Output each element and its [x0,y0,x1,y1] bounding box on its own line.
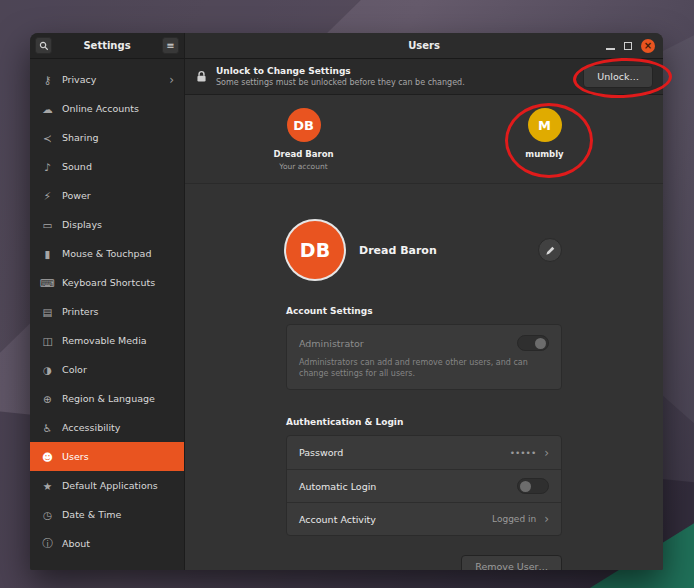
sidebar-item-printers[interactable]: ▤ Printers [30,297,184,326]
info-icon: ⓘ [40,537,55,551]
users-panel: Unlock to Change Settings Some settings … [185,59,663,570]
clock-icon: ◷ [40,509,55,521]
administrator-label: Administrator [299,338,364,349]
account-panel-inner: DB Dread Baron Account Settings A [286,184,562,570]
sidebar-item-label: Color [62,364,87,375]
avatar: DB [287,108,321,142]
account-panel: DB Dread Baron Account Settings A [185,184,663,570]
sidebar-item-sharing[interactable]: ≺ Sharing [30,123,184,152]
unlock-banner: Unlock to Change Settings Some settings … [185,59,663,95]
globe-icon: ⊕ [40,393,55,405]
edit-name-button[interactable] [538,238,562,262]
sidebar-item-label: Accessibility [62,422,120,433]
search-button[interactable] [35,37,52,54]
sidebar-item-label: Sound [62,161,92,172]
sidebar-item-label: Keyboard Shortcuts [62,277,155,288]
sidebar-item-label: Region & Language [62,393,155,404]
sidebar-item-users[interactable]: ☻ Users [30,442,184,471]
unlock-text: Unlock to Change Settings Some settings … [216,66,465,87]
toggle-knob [535,338,546,349]
automatic-login-label: Automatic Login [299,481,376,492]
mouse-icon: ▮ [40,248,55,260]
keyboard-icon: ⌨ [40,277,55,289]
sidebar-item-label: Date & Time [62,509,121,520]
chevron-right-icon: › [169,73,174,87]
lock-icon [195,70,208,83]
password-right: ••••• › [510,446,549,460]
sidebar-title: Settings [52,40,162,51]
sidebar-item-region-language[interactable]: ⊕ Region & Language [30,384,184,413]
unlock-button[interactable]: Unlock… [583,65,653,88]
profile-avatar: DB [286,221,344,279]
sidebar-item-label: Power [62,190,91,201]
sidebar-item-label: Sharing [62,132,98,143]
menu-button[interactable]: ≡ [162,37,179,54]
sidebar-item-color[interactable]: ◑ Color [30,355,184,384]
sidebar-item-label: Mouse & Touchpad [62,248,151,259]
carousel-user-dread-baron[interactable]: DB Dread Baron Your account [261,108,347,183]
settings-window: Settings ≡ Users × ⚷ Privacy › ☁ Online … [30,33,663,570]
avatar: M [528,108,562,142]
sidebar-item-label: Removable Media [62,335,147,346]
battery-icon: ⚡ [40,190,55,202]
account-activity-value: Logged in [492,514,536,524]
sidebar-item-label: Users [62,451,89,462]
close-button[interactable]: × [641,39,655,53]
sidebar-item-power[interactable]: ⚡ Power [30,181,184,210]
users-icon: ☻ [40,451,55,463]
desktop-background: Settings ≡ Users × ⚷ Privacy › ☁ Online … [0,0,694,588]
sidebar-item-mouse-touchpad[interactable]: ▮ Mouse & Touchpad [30,239,184,268]
account-settings-header: Account Settings [286,306,562,316]
auth-login-header: Authentication & Login [286,417,562,427]
window-title: Users [408,40,440,51]
sidebar-nav: ⚷ Privacy › ☁ Online Accounts ≺ Sharing … [30,59,185,570]
cloud-icon: ☁ [40,103,55,115]
maximize-button[interactable] [624,42,632,50]
profile-name: Dread Baron [359,244,437,257]
sidebar-item-displays[interactable]: ▭ Displays [30,210,184,239]
sidebar-item-label: Default Applications [62,480,158,491]
main-titlebar: Users × [185,33,663,59]
remove-user-button[interactable]: Remove User… [461,555,562,570]
sidebar-item-label: Displays [62,219,102,230]
administrator-toggle[interactable] [517,335,549,351]
sidebar-item-sound[interactable]: ♪ Sound [30,152,184,181]
titlebar: Settings ≡ Users × [30,33,663,59]
password-label: Password [299,447,343,458]
account-activity-label: Account Activity [299,514,376,525]
sidebar-header: Settings ≡ [30,33,185,59]
account-activity-row[interactable]: Account Activity Logged in › [287,502,561,535]
user-carousel: DB Dread Baron Your account M mumbly [185,95,663,184]
minimize-button[interactable] [606,48,615,50]
display-icon: ▭ [40,219,55,231]
sidebar-item-accessibility[interactable]: ♿ Accessibility [30,413,184,442]
sidebar-item-about[interactable]: ⓘ About [30,529,184,558]
sidebar-item-default-applications[interactable]: ★ Default Applications [30,471,184,500]
printer-icon: ▤ [40,306,55,318]
remove-user-row: Remove User… [286,555,562,570]
accessibility-icon: ♿ [40,422,55,434]
sidebar-item-privacy[interactable]: ⚷ Privacy › [30,65,184,94]
share-icon: ≺ [40,132,55,144]
administrator-row: Administrator [299,335,549,351]
carousel-user-name: Dread Baron [273,149,333,159]
auth-card: Password ••••• › Automatic Login [286,435,562,536]
administrator-description: Administrators can add and remove other … [299,357,534,379]
password-row[interactable]: Password ••••• › [287,436,561,469]
password-value: ••••• [510,448,537,458]
carousel-user-mumbly[interactable]: M mumbly [502,108,588,183]
sidebar-item-removable-media[interactable]: ◫ Removable Media [30,326,184,355]
chevron-right-icon: › [544,512,549,526]
media-icon: ◫ [40,335,55,347]
sidebar-item-date-time[interactable]: ◷ Date & Time [30,500,184,529]
chevron-right-icon: › [544,446,549,460]
automatic-login-toggle[interactable] [517,478,549,494]
profile-row: DB Dread Baron [286,221,562,279]
sidebar-item-keyboard-shortcuts[interactable]: ⌨ Keyboard Shortcuts [30,268,184,297]
lock-icon: ⚷ [40,74,55,86]
sidebar-item-online-accounts[interactable]: ☁ Online Accounts [30,94,184,123]
pencil-icon [545,245,556,256]
carousel-user-subtitle: Your account [279,162,327,171]
carousel-user-name: mumbly [525,149,563,159]
star-icon: ★ [40,480,55,492]
